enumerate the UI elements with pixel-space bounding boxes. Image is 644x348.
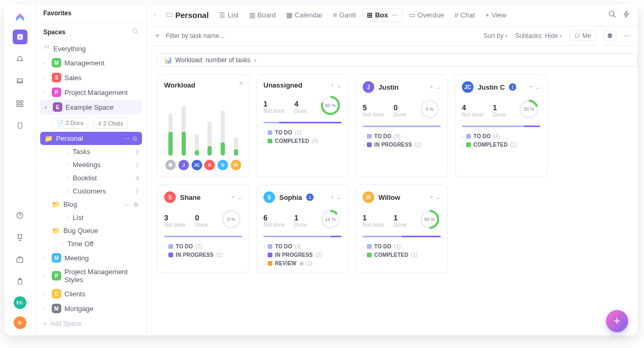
sidebar-list-timeoff[interactable]: ○Time Off xyxy=(36,237,146,250)
close-icon[interactable]: × xyxy=(239,79,243,88)
rail-dashboards-icon[interactable] xyxy=(13,96,27,111)
sidebar-list-item[interactable]: ○List xyxy=(36,211,146,224)
sidebar-list-item[interactable]: ○Meetings7 xyxy=(36,158,146,171)
sidebar-list-item[interactable]: ○Booklist4 xyxy=(36,171,146,185)
status-row[interactable]: ›TO DO(1) xyxy=(363,244,441,249)
status-row[interactable]: ›TO DO(1) xyxy=(263,130,342,136)
workload-mode-pill[interactable]: 📊 Workload: number of tasks ▾ xyxy=(157,53,638,67)
breadcrumb-title[interactable]: Personal xyxy=(162,8,213,22)
collapse-icon[interactable]: ⌄ xyxy=(336,194,342,201)
avatar[interactable]: JC xyxy=(462,81,473,93)
docs-pill[interactable]: 📄 2 Docs xyxy=(52,118,88,129)
sidebar-space[interactable]: ›PProject Management Styles xyxy=(36,265,146,286)
rail-inbox-icon[interactable] xyxy=(13,74,27,89)
filter-icon[interactable]: ▼ xyxy=(154,32,160,40)
sidebar-folder-personal[interactable]: 📁Personal⋯⊕ xyxy=(40,132,142,145)
rail-docs-icon[interactable] xyxy=(13,118,27,133)
status-row[interactable]: ›COMPLETED(1) xyxy=(462,142,540,148)
status-row[interactable]: ›IN PROGRESS(2) xyxy=(263,252,342,258)
me-button[interactable]: ⚇Me xyxy=(570,31,596,41)
workload-avatar[interactable]: S xyxy=(217,160,228,170)
view-gantt[interactable]: ≡Gantt xyxy=(329,9,360,21)
collapse-icon[interactable]: ⌄ xyxy=(535,83,540,91)
workload-avatar[interactable]: ⚉ xyxy=(165,160,176,170)
workload-avatar[interactable]: S xyxy=(204,160,215,170)
filter-input[interactable] xyxy=(166,32,250,40)
status-row[interactable]: ›COMPLETED(4) xyxy=(263,138,342,144)
plus-icon[interactable]: ⊕ xyxy=(132,134,138,142)
subtasks-button[interactable]: Subtasks: Hide ▾ xyxy=(515,32,562,40)
create-fab[interactable]: + xyxy=(606,310,628,332)
status-row[interactable]: ›TO DO(4) xyxy=(462,133,540,139)
plus-icon[interactable]: + xyxy=(330,82,334,89)
view-calendar[interactable]: ▦Calendar xyxy=(282,9,327,21)
plus-icon[interactable]: + xyxy=(529,83,533,91)
workload-avatar[interactable]: W xyxy=(231,160,241,170)
plus-icon[interactable]: + xyxy=(430,83,433,91)
avatar[interactable]: J xyxy=(363,81,374,93)
collapse-icon[interactable]: ⌄ xyxy=(336,82,342,89)
box-more-icon[interactable]: ⋯ xyxy=(391,11,398,19)
more-icon[interactable]: ⋯ xyxy=(124,200,131,208)
add-space-button[interactable]: +Add Space xyxy=(36,316,146,332)
sidebar-space[interactable]: ›PProject Management xyxy=(36,85,146,100)
sidebar-list-item[interactable]: ○Customers1 xyxy=(36,185,146,198)
sidebar-folder-bugqueue[interactable]: 📁Bug Queue xyxy=(36,224,146,237)
rail-work-icon[interactable] xyxy=(13,252,27,267)
plus-icon[interactable]: + xyxy=(330,194,334,201)
sidebar-space[interactable]: ›MMortgage xyxy=(36,301,146,316)
status-row[interactable]: ›TO DO(3) xyxy=(363,133,441,139)
status-row[interactable]: ›COMPLETED(1) xyxy=(363,252,441,258)
collapse-sidebar-icon[interactable]: ‹ xyxy=(154,12,159,18)
collapse-icon[interactable]: ⌄ xyxy=(237,194,242,201)
sidebar-space[interactable]: ▾EExample Space xyxy=(40,100,142,114)
workload-avatar[interactable]: JC xyxy=(192,160,202,170)
view-box[interactable]: ⊞Box⋯ xyxy=(362,8,403,22)
status-row[interactable]: ›IN PROGRESS(1) xyxy=(164,252,242,258)
workload-avatar[interactable]: J xyxy=(178,160,189,170)
status-row[interactable]: ›IN PROGRESS(2) xyxy=(363,142,441,148)
sidebar-space[interactable]: ›CClients xyxy=(36,286,146,301)
more-icon[interactable]: ⋯ xyxy=(624,32,630,40)
view-overdue[interactable]: ▭Overdue xyxy=(405,9,448,21)
collapse-icon[interactable]: ⌄ xyxy=(435,83,441,91)
bolt-icon[interactable] xyxy=(623,10,630,21)
rail-help-icon[interactable] xyxy=(13,208,27,223)
app-logo[interactable] xyxy=(14,11,26,22)
view-board[interactable]: ▥Board xyxy=(245,9,280,21)
sidebar-folder-blog[interactable]: 📁Blog⋯⊕ xyxy=(36,198,146,211)
status-row[interactable]: ›REVIEW ⊘(1) xyxy=(263,260,342,266)
search-icon[interactable] xyxy=(608,10,617,21)
people-icon: ⚉ xyxy=(607,32,613,40)
view-list[interactable]: ☰List xyxy=(215,9,242,21)
more-icon[interactable]: ⋯ xyxy=(123,134,130,142)
status-row[interactable]: ›TO DO(2) xyxy=(164,244,242,249)
rail-avatar-2[interactable]: D xyxy=(14,316,26,329)
sidebar-everything[interactable]: Everything xyxy=(36,42,146,55)
sidebar-space[interactable]: ›SSales xyxy=(36,70,146,85)
sortby-button[interactable]: Sort by ▾ xyxy=(484,32,508,40)
search-icon[interactable] xyxy=(132,28,139,36)
avatar[interactable]: S xyxy=(263,191,275,203)
rail-home-icon[interactable] xyxy=(13,30,27,44)
chats-pill[interactable]: # 2 Chats xyxy=(93,118,128,129)
collapse-icon[interactable]: ⌄ xyxy=(435,194,441,201)
add-view-button[interactable]: +View xyxy=(481,9,511,21)
assignees-button[interactable]: ⚉ xyxy=(603,31,617,41)
avatar[interactable]: W xyxy=(363,191,374,203)
status-row[interactable]: ›TO DO(4) xyxy=(263,244,342,249)
rail-clipboard-icon[interactable] xyxy=(13,274,27,289)
avatar[interactable]: S xyxy=(164,191,176,203)
sidebar-space[interactable]: ›MMeeting xyxy=(36,250,146,265)
plus-icon[interactable]: + xyxy=(430,194,433,201)
plus-icon[interactable]: + xyxy=(231,194,235,201)
status-count: (1) xyxy=(394,244,400,249)
rail-avatar-1[interactable]: EC xyxy=(14,296,26,309)
sidebar-list-item[interactable]: ○Tasks9 xyxy=(36,145,146,158)
sidebar-space[interactable]: ›MManagement xyxy=(36,55,146,70)
favorites-header[interactable]: Favorites xyxy=(36,4,146,23)
plus-icon[interactable]: ⊕ xyxy=(133,200,139,208)
view-chat[interactable]: #Chat xyxy=(450,9,479,21)
rail-goals-icon[interactable] xyxy=(13,230,27,245)
rail-notifications-icon[interactable] xyxy=(13,52,27,66)
